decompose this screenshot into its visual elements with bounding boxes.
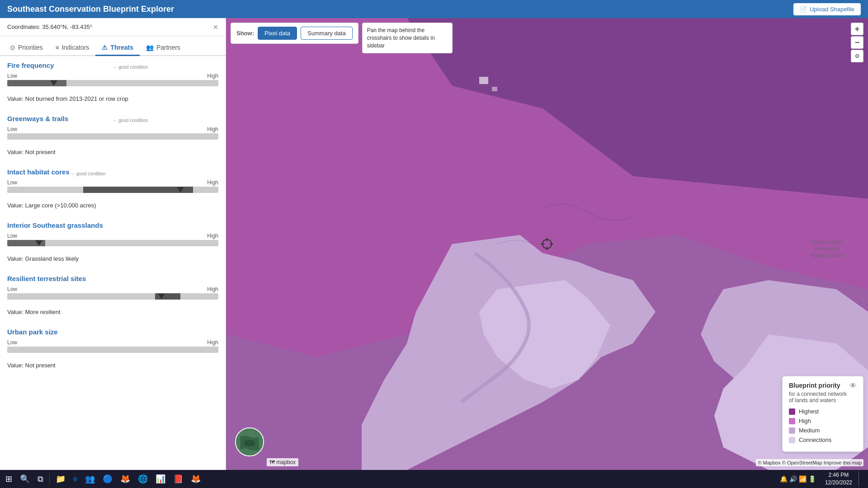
gc-label-greenways: ← good condition (113, 118, 148, 123)
greenways-value: Value: Not present (7, 149, 218, 155)
start-button[interactable]: ⊞ (2, 471, 16, 487)
map-attribution: © Mapbox © OpenStreetMap Improve this ma… (756, 459, 863, 466)
gc-label-fire: ← good condition (113, 65, 148, 70)
legend-subtitle: for a connected networkof lands and wate… (789, 391, 847, 404)
app-title: Southeast Conservation Blueprint Explore… (7, 5, 174, 14)
indicator-greenways: Greenways & trails ← good condition Low … (7, 115, 218, 155)
zoom-out-button[interactable]: − (851, 36, 863, 49)
show-desktop-button[interactable] (859, 471, 866, 487)
fire-high-label: High (207, 73, 218, 79)
pixel-data-button[interactable]: Pixel data (258, 27, 297, 40)
taskbar-teams[interactable]: 👥 (81, 471, 99, 487)
clock-date: 12/20/2022 (825, 479, 852, 487)
taskbar-file-explorer[interactable]: 📁 (52, 471, 69, 487)
blueprint-priority-legend: Blueprint priority for a connected netwo… (782, 376, 863, 452)
resilient-thumb (158, 294, 165, 299)
legend-item-high: High (789, 418, 857, 424)
taskbar-app5[interactable]: 📕 (170, 471, 187, 487)
grasslands-thumb (35, 240, 42, 246)
tab-partners[interactable]: 👥 Partners (140, 40, 187, 56)
taskbar-separator-1 (49, 474, 50, 484)
taskbar-app6[interactable]: 🦊 (187, 471, 204, 487)
indicator-resilient: Resilient terrestrial sites Low High Val… (7, 275, 218, 315)
upload-icon: 📄 (800, 6, 807, 13)
gc-label-intact: ← good condition (71, 171, 106, 176)
urban-value: Value: Not present (7, 362, 218, 369)
taskbar-app2[interactable]: 🦊 (117, 471, 134, 487)
minimap[interactable] (235, 427, 264, 456)
fire-value: Value: Not burned from 2013-2021 or row … (7, 95, 218, 102)
urban-low-label: Low (7, 339, 17, 346)
intact-low-label: Low (7, 179, 17, 186)
grasslands-track (7, 240, 218, 246)
svg-rect-1 (479, 77, 488, 84)
connections-swatch (789, 437, 795, 443)
zoom-reset-button[interactable]: ⊙ (851, 50, 863, 62)
tray-icon-4[interactable]: 🔋 (808, 475, 816, 483)
tray-icon-2[interactable]: 🔊 (789, 475, 797, 483)
taskbar-app3[interactable]: 🌐 (134, 471, 151, 487)
legend-visibility-icon[interactable]: 👁 (849, 382, 857, 390)
svg-text:National Park: National Park (811, 253, 844, 259)
zoom-controls: + − ⊙ (851, 23, 863, 62)
indicator-grasslands: Interior Southeast grasslands Low High V… (7, 221, 218, 262)
summary-data-button[interactable]: Summary data (301, 27, 353, 40)
legend-item-connections: Connections (789, 436, 857, 443)
taskbar-app4[interactable]: 📊 (152, 471, 169, 487)
tab-priorities[interactable]: ⊙ Priorities (4, 40, 49, 56)
highest-label: Highest (799, 408, 819, 415)
resilient-high-label: High (207, 286, 218, 292)
resilient-value: Value: More resilient (7, 309, 218, 315)
indicator-title-resilient: Resilient terrestrial sites (7, 275, 218, 282)
svg-text:Great Smoky: Great Smoky (811, 239, 843, 245)
map-canvas: Great Smoky Mountains National Park (226, 18, 868, 470)
intact-high-label: High (207, 179, 218, 186)
slider-urban-park: Low High (7, 339, 218, 353)
indicator-intact-habitat: Intact habitat cores ← good condition Lo… (7, 168, 218, 209)
intact-track (7, 187, 218, 193)
legend-title: Blueprint priority (789, 382, 847, 389)
tray-icon-3[interactable]: 📶 (799, 475, 807, 483)
tab-priorities-label: Priorities (18, 44, 42, 51)
system-tray: 🔔 🔊 📶 🔋 (777, 475, 819, 483)
search-button[interactable]: 🔍 (16, 471, 33, 487)
medium-swatch (789, 427, 795, 434)
task-view-button[interactable]: ⧉ (34, 471, 47, 487)
main-layout: Coordinates: 35.640°N, -83.435° ✕ ⊙ Prio… (0, 18, 868, 470)
grasslands-value: Value: Grassland less likely (7, 255, 218, 262)
zoom-in-button[interactable]: + (851, 23, 863, 35)
fire-low-label: Low (7, 73, 17, 79)
high-swatch (789, 418, 795, 424)
upload-shapefile-button[interactable]: 📄 Upload Shapefile (793, 3, 861, 15)
connections-label: Connections (799, 436, 831, 443)
urban-high-label: High (207, 339, 218, 346)
close-icon[interactable]: ✕ (213, 23, 218, 31)
taskbar-clock[interactable]: 2:46 PM 12/20/2022 (821, 471, 857, 487)
threats-icon: ⚠ (102, 44, 108, 51)
taskbar-edge[interactable]: e (70, 471, 81, 487)
tab-threats[interactable]: ⚠ Threats (95, 40, 140, 56)
tray-icon-1[interactable]: 🔔 (780, 475, 788, 483)
tab-partners-label: Partners (156, 44, 180, 51)
greenways-low-label: Low (7, 126, 17, 132)
slider-fire-frequency: ← good condition Low High (7, 73, 218, 86)
tab-indicators[interactable]: ≡ Indicators (49, 40, 95, 56)
clock-time: 2:46 PM (825, 471, 852, 479)
taskbar-app1[interactable]: 🔵 (99, 471, 116, 487)
windows-taskbar: ⊞ 🔍 ⧉ 📁 e 👥 🔵 🦊 🌐 📊 📕 🦊 🔔 🔊 📶 🔋 2:46 PM … (0, 470, 868, 488)
coordinates-bar: Coordinates: 35.640°N, -83.435° ✕ (0, 18, 226, 36)
resilient-low-label: Low (7, 286, 17, 292)
fire-thumb (50, 80, 57, 86)
indicator-urban-park: Urban park size Low High Value: Not pres… (7, 328, 218, 369)
svg-text:Mountains: Mountains (815, 246, 840, 252)
intact-thumb (177, 187, 184, 192)
show-bar: Show: Pixel data Summary data (231, 23, 359, 44)
indicator-title-grasslands: Interior Southeast grasslands (7, 221, 218, 229)
fire-track (7, 80, 218, 86)
urban-track (7, 347, 218, 353)
slider-greenways: ← good condition Low High (7, 126, 218, 140)
map-area[interactable]: Great Smoky Mountains National Park Show… (226, 18, 868, 470)
tab-indicators-label: Indicators (62, 44, 90, 51)
grasslands-high-label: High (207, 233, 218, 239)
indicator-title-intact-habitat: Intact habitat cores (7, 168, 218, 176)
